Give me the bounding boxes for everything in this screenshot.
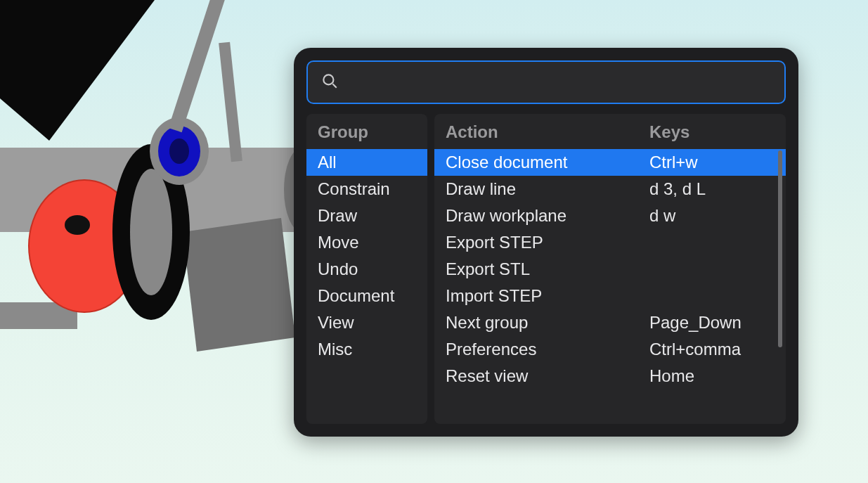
action-item-keys: d 3, d L (649, 181, 775, 198)
group-item-label: Constrain (318, 181, 390, 198)
action-item-keys: Ctrl+w (649, 154, 775, 171)
group-item[interactable]: All (306, 149, 427, 176)
action-item-label: Draw workplane (446, 207, 649, 224)
svg-line-15 (332, 84, 336, 87)
action-item-keys: Page_Down (649, 314, 775, 331)
group-item-label: All (318, 154, 337, 171)
action-item-label: Preferences (446, 341, 649, 358)
svg-marker-11 (0, 0, 155, 141)
group-item[interactable]: Constrain (306, 176, 427, 202)
group-item-label: Document (318, 288, 394, 304)
action-item[interactable]: Next groupPage_Down (434, 309, 786, 336)
group-item[interactable]: Move (306, 229, 427, 256)
action-item[interactable]: Draw workplaned w (434, 202, 786, 229)
action-item[interactable]: Draw lined 3, d L (434, 176, 786, 202)
group-item-label: Draw (318, 207, 357, 224)
action-item-keys: d w (649, 207, 775, 224)
search-icon (320, 72, 339, 93)
action-item[interactable]: Export STL (434, 256, 786, 283)
search-input[interactable] (349, 72, 772, 94)
action-pane: Action Keys Close documentCtrl+wDraw lin… (434, 114, 786, 424)
action-item-keys: Home (649, 368, 775, 385)
group-item[interactable]: Draw (306, 202, 427, 229)
svg-point-5 (65, 215, 90, 235)
action-item-label: Export STEP (446, 234, 649, 251)
keys-header: Keys (649, 122, 775, 142)
action-item[interactable]: Reset viewHome (434, 363, 786, 389)
action-item[interactable]: Export STEP (434, 229, 786, 256)
svg-point-14 (323, 75, 333, 84)
group-item-label: Move (318, 234, 359, 251)
svg-rect-13 (219, 42, 242, 162)
group-item[interactable]: Misc (306, 336, 427, 363)
group-item-label: View (318, 314, 354, 331)
svg-point-7 (130, 169, 172, 295)
action-item-keys: Ctrl+comma (649, 341, 775, 358)
action-item-label: Import STEP (446, 288, 649, 304)
action-item[interactable]: Import STEP (434, 283, 786, 309)
group-item[interactable]: View (306, 309, 427, 336)
action-list[interactable]: Close documentCtrl+wDraw lined 3, d LDra… (434, 149, 786, 424)
group-item-label: Undo (318, 261, 358, 278)
group-header: Group (306, 114, 427, 149)
group-list[interactable]: AllConstrainDrawMoveUndoDocumentViewMisc (306, 149, 427, 424)
action-header: Action (446, 122, 649, 142)
action-item-label: Export STL (446, 261, 649, 278)
scrollbar-thumb[interactable] (778, 150, 782, 347)
group-item-label: Misc (318, 341, 352, 358)
svg-rect-12 (169, 0, 226, 132)
action-item-label: Next group (446, 314, 649, 331)
svg-point-10 (169, 139, 189, 164)
search-field-wrap[interactable] (306, 60, 786, 104)
action-item[interactable]: PreferencesCtrl+comma (434, 336, 786, 363)
action-item-label: Close document (446, 154, 649, 171)
group-pane: Group AllConstrainDrawMoveUndoDocumentVi… (306, 114, 427, 424)
action-item-label: Reset view (446, 368, 649, 385)
command-palette: Group AllConstrainDrawMoveUndoDocumentVi… (294, 48, 798, 437)
action-item[interactable]: Close documentCtrl+w (434, 149, 786, 176)
action-item-label: Draw line (446, 181, 649, 198)
group-item[interactable]: Undo (306, 256, 427, 283)
group-item[interactable]: Document (306, 283, 427, 309)
